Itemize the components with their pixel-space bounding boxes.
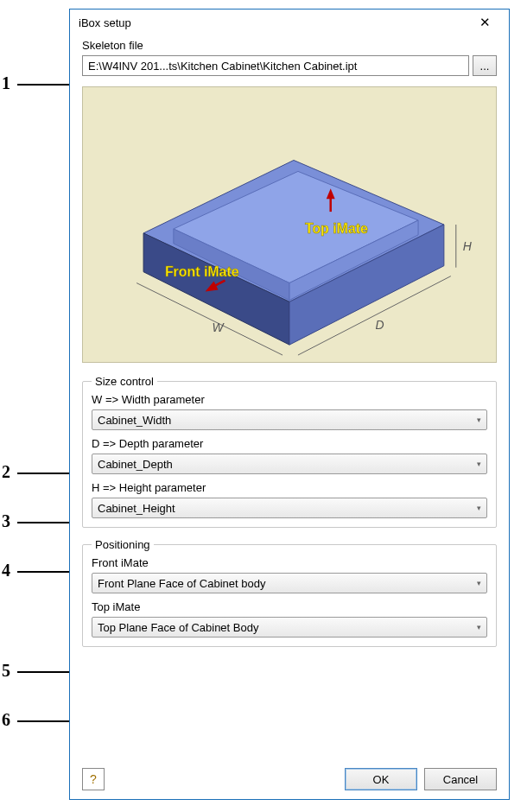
help-icon: ?	[90, 772, 97, 786]
chevron-down-icon: ▾	[477, 579, 481, 587]
annotation-3: 3	[2, 511, 10, 531]
skeleton-file-input[interactable]	[82, 55, 469, 76]
height-param-value: Cabinet_Height	[98, 502, 477, 515]
chevron-down-icon: ▾	[477, 416, 481, 424]
cancel-label: Cancel	[443, 773, 478, 786]
dim-d-label: D	[375, 318, 384, 332]
front-imate-value: Front Plane Face of Cabinet body	[98, 577, 477, 590]
depth-param-value: Cabinet_Depth	[98, 458, 477, 471]
size-control-group: Size control W => Width parameter Cabine…	[82, 375, 497, 528]
ok-button[interactable]: OK	[345, 768, 417, 790]
cancel-button[interactable]: Cancel	[424, 768, 497, 790]
annotation-4: 4	[2, 561, 10, 580]
annotation-5: 5	[2, 661, 10, 681]
positioning-legend: Positioning	[92, 538, 154, 551]
chevron-down-icon: ▾	[477, 623, 481, 631]
height-param-dropdown[interactable]: Cabinet_Height ▾	[92, 498, 487, 518]
dialog-title: iBox setup	[79, 16, 467, 29]
dim-h-label: H	[463, 239, 473, 253]
top-imate-value: Top Plane Face of Cabinet Body	[98, 621, 477, 634]
width-param-dropdown[interactable]: Cabinet_Width ▾	[92, 409, 487, 430]
dim-w-label: W	[213, 320, 225, 334]
annotation-1: 1	[2, 73, 10, 93]
width-param-label: W => Width parameter	[92, 393, 487, 406]
chevron-down-icon: ▾	[477, 504, 481, 512]
titlebar: iBox setup ✕	[70, 10, 509, 35]
depth-param-label: D => Depth parameter	[92, 437, 487, 450]
skeleton-file-label: Skeleton file	[82, 39, 497, 52]
width-param-value: Cabinet_Width	[98, 414, 477, 427]
top-imate-field-label: Top iMate	[92, 600, 487, 613]
top-imate-label: Top iMate	[305, 221, 368, 236]
close-button[interactable]: ✕	[467, 10, 502, 35]
annotation-2: 2	[2, 462, 10, 482]
preview-panel: W D H Top iMate Front iMate	[82, 86, 497, 363]
annotation-6: 6	[2, 710, 10, 730]
front-imate-label: Front iMate	[165, 264, 239, 279]
annotation-layer: 1 2 3 4 5 6	[0, 0, 69, 812]
front-imate-dropdown[interactable]: Front Plane Face of Cabinet body ▾	[92, 573, 487, 593]
height-param-label: H => Height parameter	[92, 481, 487, 494]
chevron-down-icon: ▾	[477, 460, 481, 468]
close-icon: ✕	[479, 15, 491, 30]
ok-label: OK	[373, 773, 390, 786]
ibox-setup-dialog: iBox setup ✕ Skeleton file ...	[69, 9, 510, 800]
browse-button[interactable]: ...	[473, 55, 497, 76]
size-control-legend: Size control	[92, 375, 157, 388]
positioning-group: Positioning Front iMate Front Plane Face…	[82, 538, 497, 647]
top-imate-dropdown[interactable]: Top Plane Face of Cabinet Body ▾	[92, 617, 487, 638]
depth-param-dropdown[interactable]: Cabinet_Depth ▾	[92, 454, 487, 474]
browse-label: ...	[480, 60, 490, 73]
help-button[interactable]: ?	[82, 768, 105, 790]
front-imate-field-label: Front iMate	[92, 556, 487, 569]
